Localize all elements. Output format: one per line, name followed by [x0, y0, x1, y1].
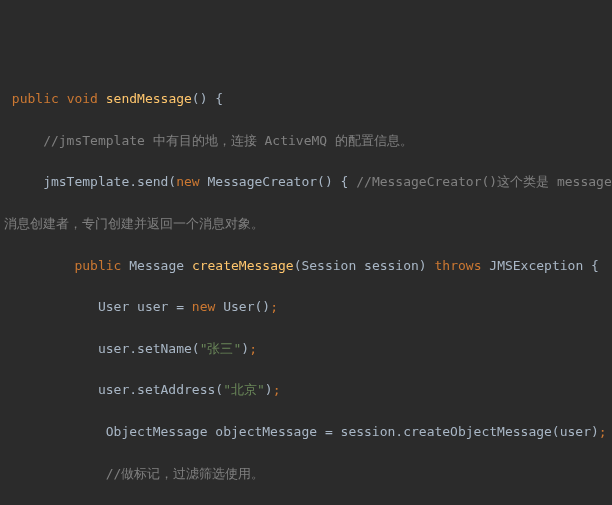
- method-name: sendMessage: [106, 91, 192, 106]
- keyword-throws: throws: [435, 258, 490, 273]
- comment: 消息创建者，专门创建并返回一个消息对象。: [4, 216, 264, 231]
- paren: ): [265, 382, 273, 397]
- keyword-public: public: [74, 258, 129, 273]
- ident: jmsTemplate.send(: [43, 174, 176, 189]
- string: "张三": [200, 341, 242, 356]
- string: "北京": [223, 382, 265, 397]
- keyword-void: void: [67, 91, 106, 106]
- keyword-new: new: [176, 174, 207, 189]
- type: Message: [129, 258, 192, 273]
- exception-brace: JMSException {: [489, 258, 599, 273]
- code-line-5[interactable]: public Message createMessage(Session ses…: [4, 256, 608, 277]
- paren-brace: () {: [192, 91, 223, 106]
- var-decl: User user =: [98, 299, 192, 314]
- semicolon: ;: [249, 341, 257, 356]
- code-line-10[interactable]: //做标记，过滤筛选使用。: [4, 464, 608, 485]
- keyword-new: new: [192, 299, 223, 314]
- code-line-1[interactable]: public void sendMessage() {: [4, 89, 608, 110]
- semicolon: ;: [599, 424, 607, 439]
- ctor: User(): [223, 299, 270, 314]
- keyword-public: public: [12, 91, 67, 106]
- comment: //MessageCreator()这个类是 message: [356, 174, 612, 189]
- comment: //jmsTemplate 中有目的地，连接 ActiveMQ 的配置信息。: [43, 133, 413, 148]
- code-line-4[interactable]: 消息创建者，专门创建并返回一个消息对象。: [4, 214, 608, 235]
- code-line-3[interactable]: jmsTemplate.send(new MessageCreator() { …: [4, 172, 608, 193]
- ident: MessageCreator() {: [208, 174, 357, 189]
- call: user.setAddress(: [98, 382, 223, 397]
- code-line-7[interactable]: user.setName("张三");: [4, 339, 608, 360]
- semicolon: ;: [270, 299, 278, 314]
- comment: //做标记，过滤筛选使用。: [106, 466, 265, 481]
- semicolon: ;: [273, 382, 281, 397]
- params: (Session session): [294, 258, 435, 273]
- code-line-6[interactable]: User user = new User();: [4, 297, 608, 318]
- code-line-8[interactable]: user.setAddress("北京");: [4, 380, 608, 401]
- call: user.setName(: [98, 341, 200, 356]
- code-line-9[interactable]: ObjectMessage objectMessage = session.cr…: [4, 422, 608, 443]
- paren: ): [241, 341, 249, 356]
- method-name: createMessage: [192, 258, 294, 273]
- var-decl: ObjectMessage objectMessage = session.cr…: [106, 424, 599, 439]
- code-line-2[interactable]: //jmsTemplate 中有目的地，连接 ActiveMQ 的配置信息。: [4, 131, 608, 152]
